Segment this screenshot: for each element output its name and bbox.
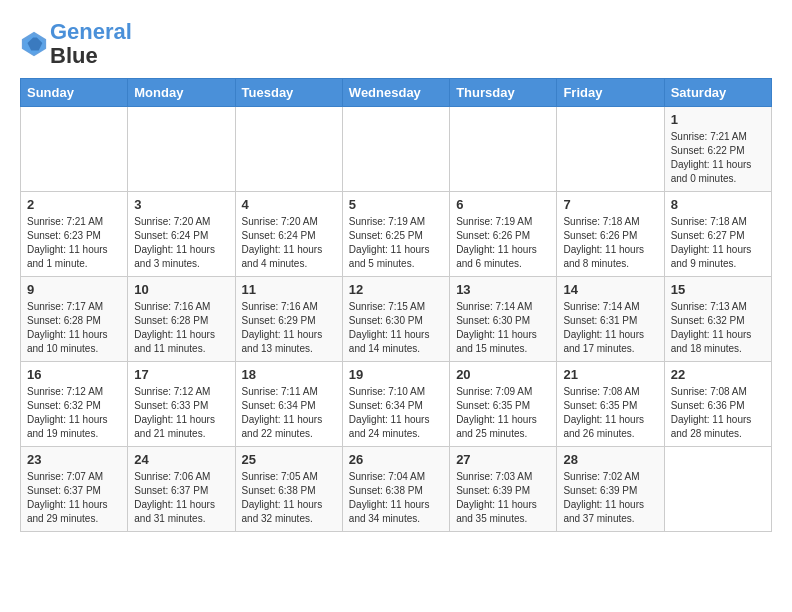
day-info: Sunrise: 7:11 AM Sunset: 6:34 PM Dayligh…: [242, 385, 336, 441]
day-number: 8: [671, 197, 765, 212]
day-number: 28: [563, 452, 657, 467]
calendar-cell: [235, 107, 342, 192]
calendar-week-4: 23Sunrise: 7:07 AM Sunset: 6:37 PM Dayli…: [21, 447, 772, 532]
day-number: 6: [456, 197, 550, 212]
page-container: GeneralBlue SundayMondayTuesdayWednesday…: [20, 20, 772, 532]
calendar-table: SundayMondayTuesdayWednesdayThursdayFrid…: [20, 78, 772, 532]
calendar-cell: 4Sunrise: 7:20 AM Sunset: 6:24 PM Daylig…: [235, 192, 342, 277]
calendar-cell: 12Sunrise: 7:15 AM Sunset: 6:30 PM Dayli…: [342, 277, 449, 362]
day-info: Sunrise: 7:18 AM Sunset: 6:27 PM Dayligh…: [671, 215, 765, 271]
day-info: Sunrise: 7:19 AM Sunset: 6:26 PM Dayligh…: [456, 215, 550, 271]
logo-text: GeneralBlue: [50, 20, 132, 68]
calendar-cell: 6Sunrise: 7:19 AM Sunset: 6:26 PM Daylig…: [450, 192, 557, 277]
day-info: Sunrise: 7:05 AM Sunset: 6:38 PM Dayligh…: [242, 470, 336, 526]
calendar-cell: 25Sunrise: 7:05 AM Sunset: 6:38 PM Dayli…: [235, 447, 342, 532]
calendar-cell: [128, 107, 235, 192]
day-number: 1: [671, 112, 765, 127]
calendar-cell: 14Sunrise: 7:14 AM Sunset: 6:31 PM Dayli…: [557, 277, 664, 362]
day-number: 18: [242, 367, 336, 382]
day-info: Sunrise: 7:20 AM Sunset: 6:24 PM Dayligh…: [134, 215, 228, 271]
day-info: Sunrise: 7:16 AM Sunset: 6:29 PM Dayligh…: [242, 300, 336, 356]
day-number: 17: [134, 367, 228, 382]
calendar-cell: 26Sunrise: 7:04 AM Sunset: 6:38 PM Dayli…: [342, 447, 449, 532]
calendar-cell: 9Sunrise: 7:17 AM Sunset: 6:28 PM Daylig…: [21, 277, 128, 362]
day-number: 22: [671, 367, 765, 382]
day-number: 27: [456, 452, 550, 467]
day-number: 3: [134, 197, 228, 212]
calendar-cell: 19Sunrise: 7:10 AM Sunset: 6:34 PM Dayli…: [342, 362, 449, 447]
calendar-cell: 18Sunrise: 7:11 AM Sunset: 6:34 PM Dayli…: [235, 362, 342, 447]
calendar-cell: 8Sunrise: 7:18 AM Sunset: 6:27 PM Daylig…: [664, 192, 771, 277]
day-info: Sunrise: 7:02 AM Sunset: 6:39 PM Dayligh…: [563, 470, 657, 526]
day-header-wednesday: Wednesday: [342, 79, 449, 107]
day-info: Sunrise: 7:10 AM Sunset: 6:34 PM Dayligh…: [349, 385, 443, 441]
calendar-cell: 17Sunrise: 7:12 AM Sunset: 6:33 PM Dayli…: [128, 362, 235, 447]
calendar-cell: 13Sunrise: 7:14 AM Sunset: 6:30 PM Dayli…: [450, 277, 557, 362]
day-info: Sunrise: 7:14 AM Sunset: 6:30 PM Dayligh…: [456, 300, 550, 356]
day-number: 10: [134, 282, 228, 297]
calendar-cell: [557, 107, 664, 192]
day-header-monday: Monday: [128, 79, 235, 107]
calendar-cell: 27Sunrise: 7:03 AM Sunset: 6:39 PM Dayli…: [450, 447, 557, 532]
calendar-week-1: 2Sunrise: 7:21 AM Sunset: 6:23 PM Daylig…: [21, 192, 772, 277]
calendar-cell: 20Sunrise: 7:09 AM Sunset: 6:35 PM Dayli…: [450, 362, 557, 447]
day-number: 23: [27, 452, 121, 467]
day-number: 25: [242, 452, 336, 467]
day-info: Sunrise: 7:06 AM Sunset: 6:37 PM Dayligh…: [134, 470, 228, 526]
day-info: Sunrise: 7:18 AM Sunset: 6:26 PM Dayligh…: [563, 215, 657, 271]
day-number: 15: [671, 282, 765, 297]
day-number: 21: [563, 367, 657, 382]
day-info: Sunrise: 7:19 AM Sunset: 6:25 PM Dayligh…: [349, 215, 443, 271]
calendar-cell: 22Sunrise: 7:08 AM Sunset: 6:36 PM Dayli…: [664, 362, 771, 447]
header: GeneralBlue: [20, 20, 772, 68]
calendar-cell: 28Sunrise: 7:02 AM Sunset: 6:39 PM Dayli…: [557, 447, 664, 532]
day-info: Sunrise: 7:09 AM Sunset: 6:35 PM Dayligh…: [456, 385, 550, 441]
day-info: Sunrise: 7:12 AM Sunset: 6:33 PM Dayligh…: [134, 385, 228, 441]
day-info: Sunrise: 7:14 AM Sunset: 6:31 PM Dayligh…: [563, 300, 657, 356]
day-info: Sunrise: 7:13 AM Sunset: 6:32 PM Dayligh…: [671, 300, 765, 356]
day-number: 13: [456, 282, 550, 297]
calendar-cell: 3Sunrise: 7:20 AM Sunset: 6:24 PM Daylig…: [128, 192, 235, 277]
calendar-cell: 24Sunrise: 7:06 AM Sunset: 6:37 PM Dayli…: [128, 447, 235, 532]
logo-icon: [20, 30, 48, 58]
calendar-cell: 2Sunrise: 7:21 AM Sunset: 6:23 PM Daylig…: [21, 192, 128, 277]
calendar-cell: 10Sunrise: 7:16 AM Sunset: 6:28 PM Dayli…: [128, 277, 235, 362]
day-number: 14: [563, 282, 657, 297]
day-number: 2: [27, 197, 121, 212]
calendar-cell: [342, 107, 449, 192]
day-header-friday: Friday: [557, 79, 664, 107]
day-info: Sunrise: 7:04 AM Sunset: 6:38 PM Dayligh…: [349, 470, 443, 526]
day-number: 20: [456, 367, 550, 382]
day-info: Sunrise: 7:08 AM Sunset: 6:36 PM Dayligh…: [671, 385, 765, 441]
calendar-week-2: 9Sunrise: 7:17 AM Sunset: 6:28 PM Daylig…: [21, 277, 772, 362]
calendar-cell: [664, 447, 771, 532]
day-info: Sunrise: 7:07 AM Sunset: 6:37 PM Dayligh…: [27, 470, 121, 526]
day-number: 24: [134, 452, 228, 467]
day-info: Sunrise: 7:17 AM Sunset: 6:28 PM Dayligh…: [27, 300, 121, 356]
day-header-sunday: Sunday: [21, 79, 128, 107]
calendar-header-row: SundayMondayTuesdayWednesdayThursdayFrid…: [21, 79, 772, 107]
day-number: 26: [349, 452, 443, 467]
calendar-cell: 5Sunrise: 7:19 AM Sunset: 6:25 PM Daylig…: [342, 192, 449, 277]
day-info: Sunrise: 7:21 AM Sunset: 6:22 PM Dayligh…: [671, 130, 765, 186]
day-header-tuesday: Tuesday: [235, 79, 342, 107]
day-number: 11: [242, 282, 336, 297]
calendar-cell: 7Sunrise: 7:18 AM Sunset: 6:26 PM Daylig…: [557, 192, 664, 277]
day-number: 5: [349, 197, 443, 212]
calendar-cell: [21, 107, 128, 192]
day-number: 4: [242, 197, 336, 212]
day-number: 9: [27, 282, 121, 297]
day-header-saturday: Saturday: [664, 79, 771, 107]
calendar-cell: 11Sunrise: 7:16 AM Sunset: 6:29 PM Dayli…: [235, 277, 342, 362]
calendar-cell: [450, 107, 557, 192]
day-info: Sunrise: 7:12 AM Sunset: 6:32 PM Dayligh…: [27, 385, 121, 441]
day-info: Sunrise: 7:20 AM Sunset: 6:24 PM Dayligh…: [242, 215, 336, 271]
calendar-cell: 23Sunrise: 7:07 AM Sunset: 6:37 PM Dayli…: [21, 447, 128, 532]
calendar-week-3: 16Sunrise: 7:12 AM Sunset: 6:32 PM Dayli…: [21, 362, 772, 447]
day-number: 19: [349, 367, 443, 382]
calendar-cell: 16Sunrise: 7:12 AM Sunset: 6:32 PM Dayli…: [21, 362, 128, 447]
day-number: 16: [27, 367, 121, 382]
logo: GeneralBlue: [20, 20, 132, 68]
day-number: 7: [563, 197, 657, 212]
day-info: Sunrise: 7:08 AM Sunset: 6:35 PM Dayligh…: [563, 385, 657, 441]
